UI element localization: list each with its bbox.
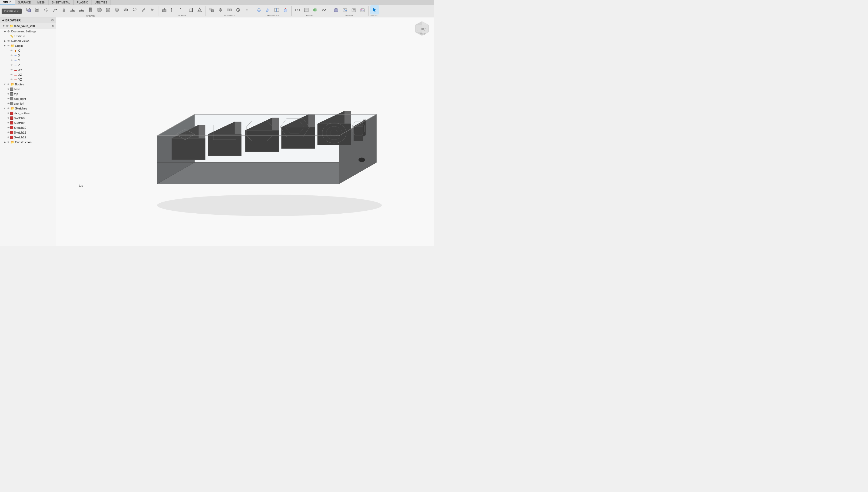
sketches-label: Sketches	[15, 107, 55, 110]
sketch9-item[interactable]: 👁 Sketch9	[0, 120, 56, 125]
extrude-button[interactable]	[33, 5, 42, 15]
fx-button[interactable]: fx	[148, 5, 156, 15]
insert-mesh-icon	[333, 7, 339, 13]
sketch10-item[interactable]: 👁 Sketch10	[0, 125, 56, 130]
measure-button[interactable]	[293, 5, 302, 15]
file-root[interactable]: ▼ 👁 📁 dice_vault_v30 ↻	[0, 23, 56, 29]
svg-marker-48	[266, 8, 270, 11]
press-pull-button[interactable]	[160, 5, 169, 15]
tab-surface[interactable]: SURFACE	[15, 0, 34, 5]
sketch-dice-outline-item[interactable]: 👁 dice_outline	[0, 111, 56, 116]
browser-collapse-icon[interactable]: ◀	[2, 19, 4, 22]
tab-plastic[interactable]: PLASTIC	[74, 0, 92, 5]
body-top-eye: 👁	[6, 92, 10, 96]
cylinder-button[interactable]	[104, 5, 112, 15]
joint-button[interactable]	[216, 5, 225, 15]
bodies-item[interactable]: ▼ 👁 📂 Bodies	[0, 82, 56, 87]
chamfer-button[interactable]	[178, 5, 186, 15]
sphere-button[interactable]	[113, 5, 121, 15]
shell-button[interactable]	[186, 5, 195, 15]
bodies-arrow: ▼	[3, 83, 6, 86]
sketch10-icon	[10, 126, 14, 129]
motion-link-button[interactable]	[243, 5, 251, 15]
body-cap-left-item[interactable]: 👁 cap_left	[0, 101, 56, 106]
doc-settings-arrow: ▶	[3, 30, 6, 33]
construction-item[interactable]: ▶ 👁 📂 Construction	[0, 140, 56, 145]
insert-svg-button[interactable]	[341, 5, 349, 15]
tab-sheet-metal[interactable]: SHEET METAL	[49, 0, 74, 5]
interference-button[interactable]	[311, 5, 320, 15]
viewport[interactable]: TOP R L FRONT	[56, 17, 434, 246]
midplane-button[interactable]	[272, 5, 281, 15]
hole-button[interactable]	[77, 5, 86, 15]
sketch12-item[interactable]: 👁 Sketch12	[0, 135, 56, 140]
origin-x-eye: 👁	[10, 53, 14, 57]
insert-dxf-button[interactable]	[350, 5, 358, 15]
design-label: DESIGN	[4, 10, 16, 13]
body-top-item[interactable]: 👁 top	[0, 92, 56, 96]
fillet-button[interactable]	[169, 5, 177, 15]
sketch11-item[interactable]: 👁 Sketch11	[0, 130, 56, 135]
svg-point-80	[157, 195, 382, 216]
tab-solid[interactable]: SOLID	[0, 0, 15, 5]
inspect-label: INSPECT	[306, 15, 315, 17]
draft-button[interactable]	[195, 5, 204, 15]
origin-xy-item[interactable]: 👁 ▬ XY	[0, 68, 56, 72]
refresh-icon[interactable]: ↻	[52, 25, 54, 28]
origin-o-item[interactable]: 👁 ◆ O	[0, 48, 56, 53]
insert-mesh-button[interactable]	[332, 5, 340, 15]
drive-joints-button[interactable]	[234, 5, 242, 15]
origin-xy-icon: ▬	[14, 68, 18, 72]
sketch8-item[interactable]: 👁 Sketch8	[0, 116, 56, 120]
sketch-dice-eye: 👁	[6, 112, 10, 115]
svg-rect-41	[227, 9, 229, 11]
named-views-item[interactable]: ▶ 👁 Named Views	[0, 39, 56, 43]
design-button[interactable]: DESIGN ▼	[2, 8, 22, 14]
rigid-group-button[interactable]	[225, 5, 234, 15]
assemble-new-button[interactable]	[207, 5, 216, 15]
tab-mesh[interactable]: MESH	[34, 0, 49, 5]
origin-x-item[interactable]: 👁 ─ X	[0, 53, 56, 58]
select-button[interactable]	[370, 5, 379, 15]
browser-settings-icon[interactable]: ⚙	[51, 19, 54, 22]
pipe-button[interactable]	[139, 5, 148, 15]
select-group: SELECT	[370, 6, 381, 16]
body-base-eye: 👁	[6, 87, 10, 91]
origin-z-item[interactable]: 👁 ─ Z	[0, 63, 56, 68]
coil-button[interactable]	[130, 5, 139, 15]
document-settings-item[interactable]: ▶ ⚙ Document Settings	[0, 29, 56, 34]
plane-through-button[interactable]	[281, 5, 290, 15]
plane-at-angle-button[interactable]	[263, 5, 272, 15]
origin-item[interactable]: ▼ 👁 📂 Origin	[0, 43, 56, 48]
insert-group: INSERT	[332, 6, 369, 16]
tab-utilities[interactable]: UTILITIES	[92, 0, 111, 5]
tools-bar: DESIGN ▼	[0, 5, 434, 17]
sketches-item[interactable]: ▼ 👁 📂 Sketches	[0, 106, 56, 111]
origin-xz-item[interactable]: 👁 ▬ XZ	[0, 72, 56, 77]
origin-y-item[interactable]: 👁 ─ Y	[0, 58, 56, 63]
origin-yz-icon: ▬	[14, 78, 18, 81]
insert-image-button[interactable]	[358, 5, 367, 15]
box-button[interactable]	[95, 5, 104, 15]
modify-group: MODIFY	[160, 6, 206, 16]
offset-plane-button[interactable]	[255, 5, 263, 15]
thread-button[interactable]	[86, 5, 95, 15]
loft-button[interactable]	[60, 5, 68, 15]
origin-yz-item[interactable]: 👁 ▬ YZ	[0, 77, 56, 82]
section-button[interactable]	[302, 5, 311, 15]
curvature-button[interactable]	[320, 5, 328, 15]
body-base-item[interactable]: 👁 base	[0, 87, 56, 92]
units-item[interactable]: 📏 Units: in	[0, 34, 56, 39]
select-label: SELECT	[371, 15, 379, 17]
sketch9-label: Sketch9	[14, 121, 55, 124]
sweep-button[interactable]	[51, 5, 59, 15]
construction-label: Construction	[15, 141, 55, 144]
rib-button[interactable]	[69, 5, 77, 15]
revolve-button[interactable]	[42, 5, 51, 15]
body-base-icon	[10, 88, 14, 91]
torus-button[interactable]	[122, 5, 130, 15]
view-cube[interactable]: TOP R L FRONT	[413, 20, 431, 39]
new-component-button[interactable]	[24, 5, 33, 15]
doc-settings-icon: ⚙	[6, 29, 11, 33]
body-cap-right-item[interactable]: 👁 cap_right	[0, 96, 56, 101]
